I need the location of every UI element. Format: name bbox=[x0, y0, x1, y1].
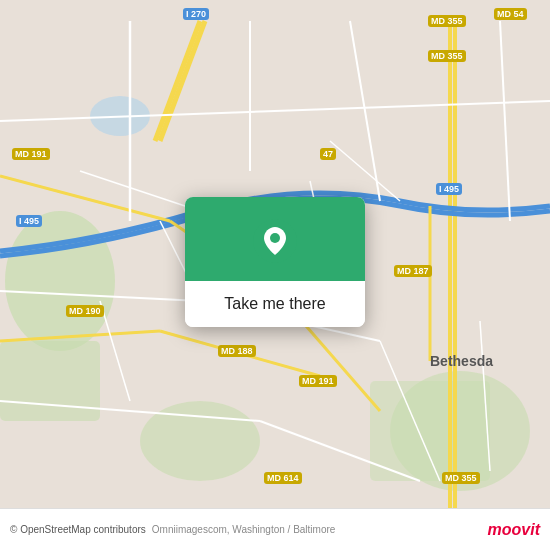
badge-md355-top: MD 355 bbox=[428, 15, 466, 27]
badge-md614: MD 614 bbox=[264, 472, 302, 484]
location-label: Omniimagescom, Washington / Baltimore bbox=[152, 524, 336, 535]
badge-md187: MD 187 bbox=[394, 265, 432, 277]
badge-md355-b: MD 355 bbox=[442, 472, 480, 484]
badge-i270: I 270 bbox=[183, 8, 209, 20]
badge-md190: MD 190 bbox=[66, 305, 104, 317]
badge-md355-r: MD 355 bbox=[428, 50, 466, 62]
bottom-bar: © OpenStreetMap contributors Omniimagesc… bbox=[0, 508, 550, 550]
popup-card: Take me there bbox=[185, 197, 365, 327]
svg-rect-5 bbox=[370, 381, 490, 481]
svg-point-35 bbox=[270, 233, 280, 243]
badge-md191-l: MD 191 bbox=[12, 148, 50, 160]
popup-green-section bbox=[185, 197, 365, 281]
moovit-logo: moovit bbox=[488, 519, 540, 540]
svg-point-1 bbox=[5, 211, 115, 351]
badge-md54: MD 54 bbox=[494, 8, 527, 20]
badge-md188: MD 188 bbox=[218, 345, 256, 357]
svg-rect-2 bbox=[0, 341, 100, 421]
osm-attribution: © OpenStreetMap contributors bbox=[10, 524, 146, 535]
badge-md191-b: MD 191 bbox=[299, 375, 337, 387]
location-pin-icon bbox=[253, 219, 297, 263]
take-me-there-button[interactable]: Take me there bbox=[185, 281, 365, 327]
badge-47: 47 bbox=[320, 148, 336, 160]
badge-i495-r: I 495 bbox=[436, 183, 462, 195]
svg-text:Bethesda: Bethesda bbox=[430, 353, 493, 369]
badge-i495-l: I 495 bbox=[16, 215, 42, 227]
map-container: Bethesda I 270 MD 355 MD 355 MD 54 MD 19… bbox=[0, 0, 550, 550]
